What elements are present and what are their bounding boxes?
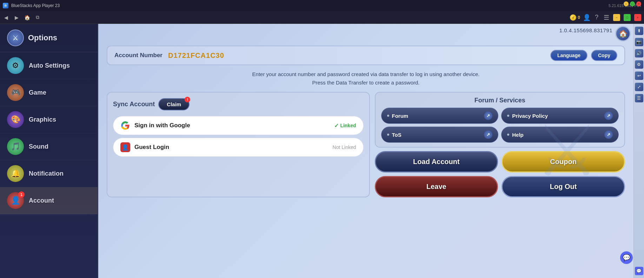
account-badge: 1: [18, 191, 25, 198]
sound-icon: 🎵: [7, 138, 24, 155]
edge-btn-3[interactable]: 🔊: [635, 49, 643, 57]
right-panel: Forum / Services Forum ↗ Privacy Policy …: [375, 92, 625, 197]
sidebar-item-game-label: Game: [29, 89, 46, 96]
account-bar: Account Number D1721FCA1C30 Language Cop…: [107, 46, 625, 65]
coupon-button[interactable]: Coupon: [502, 151, 625, 172]
coin-icon: 💰: [570, 14, 576, 21]
sidebar-item-game[interactable]: 🎮 Game: [0, 79, 98, 106]
account-number-label: Account Number: [114, 52, 162, 59]
graphics-icon: 🎨: [7, 111, 24, 128]
google-linked-status: ✓ Linked: [334, 122, 356, 129]
account-number-value: D1721FCA1C30: [168, 52, 224, 60]
claim-button[interactable]: Claim !: [158, 98, 190, 110]
edge-btn-7[interactable]: ☰: [635, 94, 643, 102]
maximize-button[interactable]: □: [630, 1, 635, 6]
privacy-policy-button[interactable]: Privacy Policy ↗: [501, 108, 619, 124]
game-icon: 🎮: [7, 84, 24, 101]
info-line1: Enter your account number and password c…: [107, 70, 625, 79]
question-icon[interactable]: ?: [593, 14, 600, 21]
copy-button[interactable]: Copy: [591, 50, 617, 61]
content-area: ⚔ 1.0.4.155698.831791 🏠 Account Number D…: [98, 24, 633, 278]
guest-login-label: Guest Login: [134, 144, 328, 151]
nav-right: 💰 0 👤 ? ☰ − □ ×: [570, 14, 641, 21]
edge-btn-1[interactable]: ⬆: [635, 27, 643, 35]
sidebar-item-graphics-label: Graphics: [29, 116, 56, 123]
nav-maximize-button[interactable]: □: [624, 14, 631, 21]
sidebar-item-auto-settings[interactable]: ⚙ Auto Settings: [0, 52, 98, 79]
guest-login-item[interactable]: 👤 Guest Login Not Linked: [113, 138, 364, 157]
coin-count: 0: [578, 15, 580, 20]
help-arrow-icon: ↗: [604, 130, 613, 139]
guest-linked-status: Not Linked: [333, 144, 356, 150]
leave-button[interactable]: Leave: [375, 176, 498, 197]
menu-icon[interactable]: ☰: [603, 14, 610, 21]
account-bar-buttons: Language Copy: [550, 50, 617, 61]
claim-badge: !: [185, 97, 190, 102]
sync-account-label: Sync Account: [113, 99, 155, 109]
logout-button[interactable]: Log Out: [502, 176, 625, 197]
copy-nav-button[interactable]: ⧉: [34, 14, 41, 21]
edge-btn-2[interactable]: 📷: [635, 38, 643, 46]
forum-button[interactable]: Forum ↗: [381, 108, 499, 124]
forum-grid: Forum ↗ Privacy Policy ↗ ToS ↗: [381, 108, 619, 143]
right-edge-panel: ⬆ 📷 🔊 ⚙ ↩ ⤢ ☰ 💬: [633, 24, 644, 278]
sidebar-item-sound[interactable]: 🎵 Sound: [0, 133, 98, 160]
edge-btn-5[interactable]: ↩: [635, 72, 643, 80]
main-layout: ⚔ Options ⚙ Auto Settings 🎮 Game 🎨 Graph…: [0, 24, 644, 278]
edge-btn-6[interactable]: ⤢: [635, 83, 643, 91]
nav-close-button[interactable]: ×: [634, 14, 641, 21]
sidebar-header: ⚔ Options: [0, 24, 98, 52]
version-display: 1.0.4.155698.831791: [559, 27, 612, 33]
sidebar-item-account-label: Account: [29, 197, 54, 204]
forum-arrow-icon: ↗: [484, 111, 492, 120]
guest-icon: 👤: [120, 142, 130, 152]
help-button[interactable]: Help ↗: [501, 127, 619, 143]
notification-icon: 🔔: [7, 165, 24, 182]
title-bar-title: BlueStacks App Player 23: [11, 3, 606, 8]
sidebar-item-notification[interactable]: 🔔 Notification: [0, 160, 98, 187]
sidebar: ⚔ Options ⚙ Auto Settings 🎮 Game 🎨 Graph…: [0, 24, 98, 278]
home-button[interactable]: 🏠: [615, 26, 631, 41]
tos-dot: [387, 134, 389, 136]
minimize-button[interactable]: −: [624, 1, 629, 6]
account-icon: 👤 1: [7, 192, 24, 209]
forward-button[interactable]: ▶: [13, 14, 20, 21]
info-line2: Press the Data Transfer to create a pass…: [107, 79, 625, 87]
language-button[interactable]: Language: [550, 50, 587, 61]
discord-edge-button[interactable]: 💬: [635, 267, 643, 275]
home-nav-button[interactable]: 🏠: [24, 14, 30, 21]
action-buttons: Load Account Coupon Leave Log Out: [375, 151, 625, 197]
sidebar-title: Options: [28, 33, 57, 42]
privacy-arrow-icon: ↗: [604, 111, 613, 120]
sidebar-item-account[interactable]: 👤 1 Account: [0, 187, 98, 214]
load-account-button[interactable]: Load Account: [375, 151, 498, 172]
forum-dot: [387, 115, 389, 117]
left-panel: Sync Account Claim ! Sign in with Google: [107, 92, 370, 197]
nav-minimize-button[interactable]: −: [613, 14, 620, 21]
tos-button[interactable]: ToS ↗: [381, 127, 499, 143]
tos-arrow-icon: ↗: [484, 130, 492, 139]
sidebar-item-graphics[interactable]: 🎨 Graphics: [0, 106, 98, 133]
forum-services-box: Forum / Services Forum ↗ Privacy Policy …: [375, 92, 625, 148]
title-bar: B BlueStacks App Player 23 5.21.615.1011…: [0, 0, 644, 11]
google-login-label: Sign in with Google: [134, 122, 330, 129]
google-login-item[interactable]: Sign in with Google ✓ Linked: [113, 116, 364, 135]
coin-display: 💰 0: [570, 14, 580, 21]
back-button[interactable]: ◀: [3, 14, 9, 21]
sidebar-item-notification-label: Notification: [29, 170, 64, 177]
two-col-layout: Sync Account Claim ! Sign in with Google: [107, 92, 625, 197]
profile-icon[interactable]: 👤: [584, 14, 590, 21]
sidebar-item-auto-settings-label: Auto Settings: [29, 62, 70, 69]
forum-services-title: Forum / Services: [381, 97, 619, 104]
nav-bar: ◀ ▶ 🏠 ⧉ 💰 0 👤 ? ☰ − □ ×: [0, 11, 644, 24]
close-button[interactable]: ×: [636, 1, 641, 6]
discord-button[interactable]: 💬: [620, 251, 633, 264]
panel-tabs: Sync Account Claim !: [113, 98, 364, 110]
help-dot: [507, 134, 509, 136]
privacy-dot: [507, 115, 509, 117]
window-controls: − □ ×: [624, 1, 641, 6]
sidebar-item-sound-label: Sound: [29, 143, 48, 150]
google-icon: [120, 121, 130, 130]
edge-btn-4[interactable]: ⚙: [635, 60, 643, 69]
info-text: Enter your account number and password c…: [107, 70, 625, 87]
